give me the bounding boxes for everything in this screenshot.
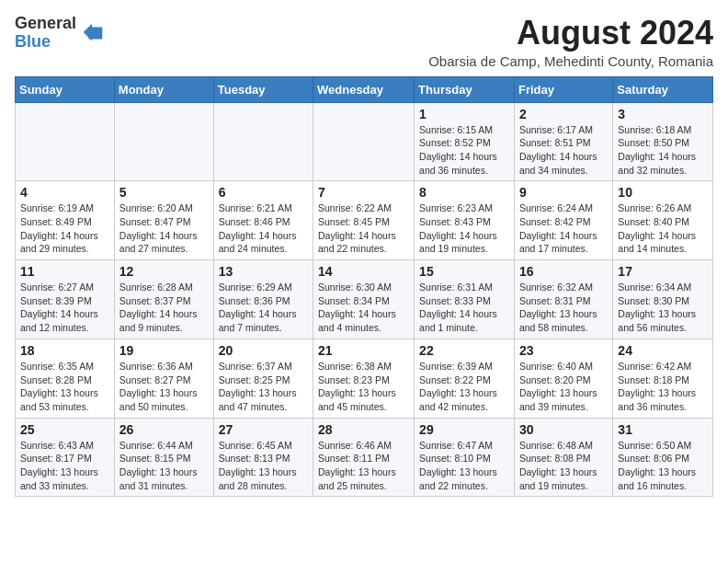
day-number: 23 <box>519 343 608 358</box>
day-info: Sunrise: 6:29 AM Sunset: 8:36 PM Dayligh… <box>219 281 308 335</box>
day-number: 21 <box>318 343 409 358</box>
day-number: 20 <box>219 343 308 358</box>
calendar-cell: 8Sunrise: 6:23 AM Sunset: 8:43 PM Daylig… <box>415 181 515 260</box>
calendar-cell: 1Sunrise: 6:15 AM Sunset: 8:52 PM Daylig… <box>415 102 515 181</box>
day-number: 9 <box>519 185 608 200</box>
day-number: 19 <box>119 343 209 358</box>
col-header-monday: Monday <box>114 76 213 102</box>
calendar-cell: 10Sunrise: 6:26 AM Sunset: 8:40 PM Dayli… <box>613 181 713 260</box>
calendar-row-2: 11Sunrise: 6:27 AM Sunset: 8:39 PM Dayli… <box>16 260 713 339</box>
col-header-saturday: Saturday <box>613 76 713 102</box>
day-number: 29 <box>419 422 509 437</box>
col-header-wednesday: Wednesday <box>313 76 415 102</box>
calendar-row-1: 4Sunrise: 6:19 AM Sunset: 8:49 PM Daylig… <box>16 181 713 260</box>
day-number: 2 <box>519 107 608 121</box>
day-number: 13 <box>219 264 308 279</box>
day-number: 10 <box>618 185 708 200</box>
day-number: 27 <box>219 422 308 437</box>
day-info: Sunrise: 6:28 AM Sunset: 8:37 PM Dayligh… <box>119 281 209 335</box>
day-number: 4 <box>20 185 109 200</box>
day-info: Sunrise: 6:36 AM Sunset: 8:27 PM Dayligh… <box>119 360 209 414</box>
day-number: 28 <box>318 422 409 437</box>
day-number: 22 <box>419 343 509 358</box>
calendar-cell: 26Sunrise: 6:44 AM Sunset: 8:15 PM Dayli… <box>114 418 213 497</box>
day-number: 12 <box>119 264 209 279</box>
calendar-row-0: 1Sunrise: 6:15 AM Sunset: 8:52 PM Daylig… <box>16 102 713 181</box>
calendar-row-4: 25Sunrise: 6:43 AM Sunset: 8:17 PM Dayli… <box>16 418 713 497</box>
day-info: Sunrise: 6:34 AM Sunset: 8:30 PM Dayligh… <box>618 281 708 335</box>
day-info: Sunrise: 6:40 AM Sunset: 8:20 PM Dayligh… <box>519 360 608 414</box>
logo: General Blue <box>15 15 106 52</box>
col-header-sunday: Sunday <box>16 76 115 102</box>
day-info: Sunrise: 6:17 AM Sunset: 8:51 PM Dayligh… <box>519 123 608 178</box>
day-info: Sunrise: 6:27 AM Sunset: 8:39 PM Dayligh… <box>20 281 109 335</box>
calendar-cell: 19Sunrise: 6:36 AM Sunset: 8:27 PM Dayli… <box>114 339 213 418</box>
calendar-cell: 6Sunrise: 6:21 AM Sunset: 8:46 PM Daylig… <box>213 181 313 260</box>
day-info: Sunrise: 6:30 AM Sunset: 8:34 PM Dayligh… <box>318 281 409 335</box>
day-number: 1 <box>419 107 509 121</box>
logo-icon <box>80 20 106 46</box>
day-info: Sunrise: 6:20 AM Sunset: 8:47 PM Dayligh… <box>119 201 209 256</box>
calendar-cell: 16Sunrise: 6:32 AM Sunset: 8:31 PM Dayli… <box>514 260 612 339</box>
calendar-cell <box>114 102 213 181</box>
day-info: Sunrise: 6:37 AM Sunset: 8:25 PM Dayligh… <box>219 360 308 414</box>
day-info: Sunrise: 6:23 AM Sunset: 8:43 PM Dayligh… <box>419 201 509 256</box>
calendar-cell: 22Sunrise: 6:39 AM Sunset: 8:22 PM Dayli… <box>415 339 515 418</box>
calendar-row-3: 18Sunrise: 6:35 AM Sunset: 8:28 PM Dayli… <box>16 339 713 418</box>
day-number: 14 <box>318 264 409 279</box>
day-info: Sunrise: 6:22 AM Sunset: 8:45 PM Dayligh… <box>318 201 409 256</box>
calendar-cell: 4Sunrise: 6:19 AM Sunset: 8:49 PM Daylig… <box>16 181 115 260</box>
title-block: August 2024 Obarsia de Camp, Mehedinti C… <box>428 15 713 69</box>
day-number: 3 <box>618 107 708 121</box>
calendar-cell: 31Sunrise: 6:50 AM Sunset: 8:06 PM Dayli… <box>613 418 713 497</box>
calendar-header: SundayMondayTuesdayWednesdayThursdayFrid… <box>16 76 713 102</box>
calendar-cell <box>16 102 115 181</box>
calendar-cell: 21Sunrise: 6:38 AM Sunset: 8:23 PM Dayli… <box>313 339 415 418</box>
day-info: Sunrise: 6:32 AM Sunset: 8:31 PM Dayligh… <box>519 281 608 335</box>
calendar-cell: 18Sunrise: 6:35 AM Sunset: 8:28 PM Dayli… <box>16 339 115 418</box>
day-number: 15 <box>419 264 509 279</box>
calendar-table: SundayMondayTuesdayWednesdayThursdayFrid… <box>15 76 713 498</box>
logo-blue-text: Blue <box>15 33 76 52</box>
day-info: Sunrise: 6:46 AM Sunset: 8:11 PM Dayligh… <box>318 439 409 493</box>
calendar-cell: 28Sunrise: 6:46 AM Sunset: 8:11 PM Dayli… <box>313 418 415 497</box>
calendar-cell: 13Sunrise: 6:29 AM Sunset: 8:36 PM Dayli… <box>213 260 313 339</box>
calendar-cell: 12Sunrise: 6:28 AM Sunset: 8:37 PM Dayli… <box>114 260 213 339</box>
col-header-friday: Friday <box>514 76 612 102</box>
month-title: August 2024 <box>428 15 713 52</box>
day-number: 25 <box>20 422 109 437</box>
day-number: 6 <box>219 185 308 200</box>
col-header-tuesday: Tuesday <box>213 76 313 102</box>
day-number: 8 <box>419 185 509 200</box>
calendar-cell <box>313 102 415 181</box>
day-number: 17 <box>618 264 708 279</box>
calendar-cell: 3Sunrise: 6:18 AM Sunset: 8:50 PM Daylig… <box>613 102 713 181</box>
day-number: 30 <box>519 422 608 437</box>
day-info: Sunrise: 6:26 AM Sunset: 8:40 PM Dayligh… <box>618 201 708 256</box>
day-info: Sunrise: 6:47 AM Sunset: 8:10 PM Dayligh… <box>419 439 509 493</box>
day-info: Sunrise: 6:19 AM Sunset: 8:49 PM Dayligh… <box>20 201 109 256</box>
col-header-thursday: Thursday <box>415 76 515 102</box>
day-info: Sunrise: 6:48 AM Sunset: 8:08 PM Dayligh… <box>519 439 608 493</box>
day-number: 11 <box>20 264 109 279</box>
day-info: Sunrise: 6:18 AM Sunset: 8:50 PM Dayligh… <box>618 123 708 178</box>
page-header: General Blue August 2024 Obarsia de Camp… <box>15 15 713 69</box>
day-info: Sunrise: 6:21 AM Sunset: 8:46 PM Dayligh… <box>219 201 308 256</box>
calendar-cell: 15Sunrise: 6:31 AM Sunset: 8:33 PM Dayli… <box>415 260 515 339</box>
day-info: Sunrise: 6:45 AM Sunset: 8:13 PM Dayligh… <box>219 439 308 493</box>
day-number: 26 <box>119 422 209 437</box>
calendar-cell: 7Sunrise: 6:22 AM Sunset: 8:45 PM Daylig… <box>313 181 415 260</box>
day-number: 5 <box>119 185 209 200</box>
calendar-cell: 20Sunrise: 6:37 AM Sunset: 8:25 PM Dayli… <box>213 339 313 418</box>
day-info: Sunrise: 6:44 AM Sunset: 8:15 PM Dayligh… <box>119 439 209 493</box>
day-info: Sunrise: 6:38 AM Sunset: 8:23 PM Dayligh… <box>318 360 409 414</box>
calendar-cell: 9Sunrise: 6:24 AM Sunset: 8:42 PM Daylig… <box>514 181 612 260</box>
day-info: Sunrise: 6:15 AM Sunset: 8:52 PM Dayligh… <box>419 123 509 178</box>
calendar-cell: 5Sunrise: 6:20 AM Sunset: 8:47 PM Daylig… <box>114 181 213 260</box>
day-number: 24 <box>618 343 708 358</box>
day-info: Sunrise: 6:39 AM Sunset: 8:22 PM Dayligh… <box>419 360 509 414</box>
logo-general-text: General <box>15 15 76 33</box>
calendar-cell: 29Sunrise: 6:47 AM Sunset: 8:10 PM Dayli… <box>415 418 515 497</box>
day-number: 16 <box>519 264 608 279</box>
calendar-cell: 27Sunrise: 6:45 AM Sunset: 8:13 PM Dayli… <box>213 418 313 497</box>
